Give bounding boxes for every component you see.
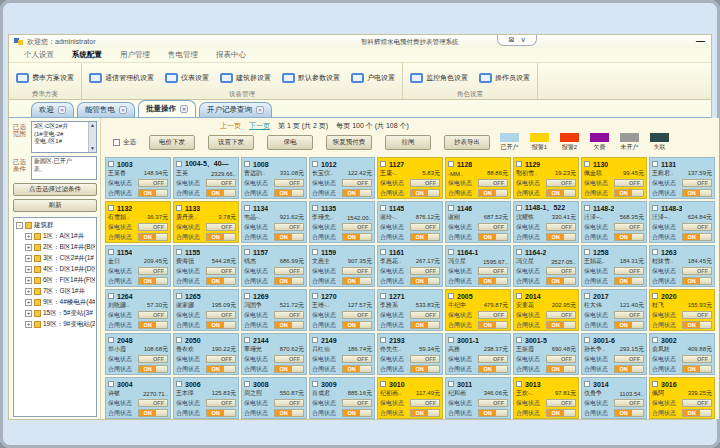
meter-card-1270[interactable]: 1270王维-..127.57元保电状态OFF合闸状态ON (309, 289, 375, 331)
switch-toggle[interactable]: ON (410, 233, 440, 241)
switch-toggle[interactable]: ON (342, 409, 372, 417)
ribbon-button-操作员设置[interactable]: 操作员设置 (477, 72, 532, 84)
card-checkbox[interactable] (448, 381, 454, 387)
meter-card-3011[interactable]: 3011纪和画346.06元保电状态OFF合闸状态ON (445, 377, 511, 419)
card-checkbox[interactable] (380, 293, 386, 299)
protect-toggle[interactable]: OFF (478, 311, 508, 319)
close-icon[interactable]: × (58, 106, 66, 114)
menu-item-用户管理[interactable]: 用户管理 (113, 49, 157, 61)
card-checkbox[interactable] (652, 337, 658, 343)
switch-toggle[interactable]: ON (206, 189, 236, 197)
protect-toggle[interactable]: OFF (546, 179, 576, 187)
toolbar-button-恢复预付费[interactable]: 恢复预付费 (326, 135, 372, 150)
protect-toggle[interactable]: OFF (138, 179, 168, 187)
meter-card-3009[interactable]: 3009肖成君885.16元保电状态OFF合闸状态ON (309, 377, 375, 419)
switch-toggle[interactable]: ON (410, 189, 440, 197)
card-checkbox[interactable] (176, 293, 182, 299)
tree-item[interactable]: +9区：4#楼电井(4# (16, 297, 95, 308)
switch-toggle[interactable]: ON (274, 277, 304, 285)
tree-item[interactable]: +6区：F区1#井(F区 (16, 275, 95, 286)
protect-toggle[interactable]: OFF (138, 223, 168, 231)
protect-toggle[interactable]: OFF (682, 179, 712, 187)
protect-toggle[interactable]: OFF (410, 179, 440, 187)
card-checkbox[interactable] (108, 161, 114, 167)
meter-card-1131[interactable]: 1131王殿君..137.59元保电状态OFF合闸状态ON (649, 157, 715, 199)
switch-toggle[interactable]: ON (206, 233, 236, 241)
card-checkbox[interactable] (108, 205, 114, 211)
meter-card-2005[interactable]: 2005牛纪中479.87元保电状态OFF合闸状态ON (445, 289, 511, 331)
switch-toggle[interactable]: ON (342, 233, 372, 241)
meter-card-3016[interactable]: 3016佩阿339.25元保电状态OFF合闸状态ON (649, 377, 715, 419)
meter-card-1148-2[interactable]: 1148-2汪泽~..568.35元保电状态OFF合闸状态ON (581, 201, 647, 243)
card-checkbox[interactable] (244, 293, 250, 299)
switch-toggle[interactable]: ON (478, 409, 508, 417)
protect-toggle[interactable]: OFF (138, 399, 168, 407)
card-checkbox[interactable] (584, 293, 590, 299)
card-checkbox[interactable] (312, 293, 318, 299)
card-checkbox[interactable] (448, 249, 454, 255)
meter-card-1008[interactable]: 1008曹远韵..331.08元保电状态OFF合闸状态ON (241, 157, 307, 199)
switch-toggle[interactable]: ON (274, 233, 304, 241)
protect-toggle[interactable]: OFF (478, 399, 508, 407)
switch-toggle[interactable]: ON (478, 189, 508, 197)
tree-item[interactable]: +7区：G区1#井 (16, 286, 95, 297)
close-icon[interactable]: × (119, 106, 127, 114)
card-checkbox[interactable] (448, 293, 454, 299)
protect-toggle[interactable]: OFF (274, 223, 304, 231)
protect-toggle[interactable]: OFF (546, 223, 576, 231)
switch-toggle[interactable]: ON (546, 409, 576, 417)
meter-card-3002[interactable]: 3002俞凤娃409.88元保电状态OFF合闸状态ON (649, 333, 715, 375)
switch-toggle[interactable]: ON (682, 277, 712, 285)
card-checkbox[interactable] (516, 249, 522, 255)
ribbon-collapse-control[interactable]: ⊠ ∨ (497, 35, 537, 46)
protect-toggle[interactable]: OFF (138, 267, 168, 275)
meter-card-1128[interactable]: 1128-MM..88.86元保电状态OFF合闸状态ON (445, 157, 511, 199)
protect-toggle[interactable]: OFF (682, 267, 712, 275)
card-checkbox[interactable] (108, 337, 114, 343)
card-checkbox[interactable] (380, 161, 386, 167)
switch-toggle[interactable]: ON (274, 321, 304, 329)
meter-card-2144[interactable]: 2144覃瑾光870.62元保电状态OFF合闸状态ON (241, 333, 307, 375)
protect-toggle[interactable]: OFF (342, 355, 372, 363)
card-checkbox[interactable] (516, 205, 522, 211)
protect-toggle[interactable]: OFF (546, 355, 576, 363)
switch-toggle[interactable]: ON (138, 189, 168, 197)
meter-card-1133[interactable]: 1133唐丹美..3.78元保电状态OFF合闸状态ON (173, 201, 239, 243)
protect-toggle[interactable]: OFF (546, 267, 576, 275)
switch-toggle[interactable]: ON (410, 277, 440, 285)
meter-card-3014[interactable]: 3014仇贵争1103.54..保电状态OFF合闸状态ON (581, 377, 647, 419)
tree-item[interactable]: +15区：5#变站(3# (16, 308, 95, 319)
switch-toggle[interactable]: ON (682, 189, 712, 197)
protect-toggle[interactable]: OFF (342, 179, 372, 187)
meter-card-3001-6[interactable]: 3001-6孙长争..293.15元保电状态OFF合闸状态ON (581, 333, 647, 375)
protect-toggle[interactable]: OFF (546, 311, 576, 319)
protect-toggle[interactable]: OFF (138, 355, 168, 363)
card-checkbox[interactable] (108, 381, 114, 387)
meter-card-1157[interactable]: 1157钱杰686.99元保电状态OFF合闸状态ON (241, 245, 307, 287)
ribbon-button-通信管理机设置[interactable]: 通信管理机设置 (87, 72, 156, 84)
switch-toggle[interactable]: ON (342, 365, 372, 373)
protect-toggle[interactable]: OFF (410, 399, 440, 407)
ribbon-button-仪表设置[interactable]: 仪表设置 (163, 72, 211, 84)
meter-card-2014[interactable]: 2014安要花202.95元保电状态OFF合闸状态ON (513, 289, 579, 331)
switch-toggle[interactable]: ON (478, 321, 508, 329)
meter-card-1164-2[interactable]: 1164-2冯立星3527.05..保电状态OFF合闸状态ON (513, 245, 579, 287)
protect-toggle[interactable]: OFF (342, 311, 372, 319)
card-checkbox[interactable] (516, 161, 522, 167)
protect-toggle[interactable]: OFF (206, 311, 236, 319)
ribbon-button-建筑群设置[interactable]: 建筑群设置 (218, 72, 273, 84)
meter-card-3008[interactable]: 3008周之熙550.87元保电状态OFF合闸状态ON (241, 377, 307, 419)
card-checkbox[interactable] (312, 161, 318, 167)
protect-toggle[interactable]: OFF (478, 223, 508, 231)
card-checkbox[interactable] (244, 249, 250, 255)
tree-item[interactable]: +3区：C区2#井(1# (16, 253, 95, 264)
select-all-control[interactable]: 全选 (113, 138, 136, 147)
close-icon[interactable]: × (256, 106, 264, 114)
switch-toggle[interactable]: ON (546, 233, 576, 241)
scrollbar[interactable]: ▲▼ (88, 122, 96, 152)
card-checkbox[interactable] (448, 205, 454, 211)
switch-toggle[interactable]: ON (410, 365, 440, 373)
protect-toggle[interactable]: OFF (478, 179, 508, 187)
card-checkbox[interactable] (652, 161, 658, 167)
meter-card-1134[interactable]: 1134韦晶-..921.62元保电状态OFF合闸状态ON (241, 201, 307, 243)
